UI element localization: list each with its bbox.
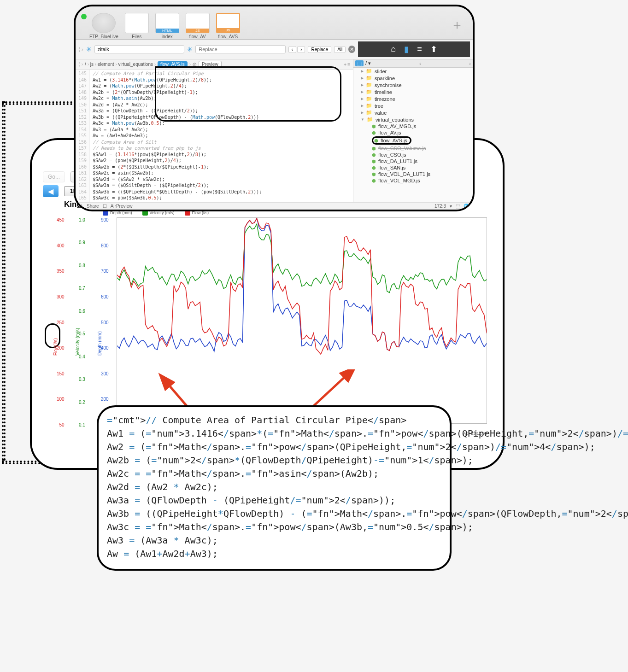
dropdown-icon[interactable]: ▾ bbox=[450, 204, 452, 209]
y-axis-velocity: 1.00.90.80.70.60.50.40.30.20.1 bbox=[79, 217, 85, 427]
replace-input[interactable] bbox=[195, 45, 286, 53]
tree-file[interactable]: ⬢flow_AV.js bbox=[353, 129, 473, 136]
find-replace-bar: ⟨ › ✳ ✳ ‹ › Replace All ✕ ⌂ ▮ ≡ ⬆ bbox=[76, 40, 473, 59]
back-button[interactable]: ◀ bbox=[43, 185, 59, 197]
y-axis-label-velocity: Velocity (m/s) bbox=[75, 328, 80, 356]
breadcrumb-item[interactable]: virtual_equations bbox=[118, 62, 153, 67]
tree-file[interactable]: ⬢flow_CSO_Volume.js bbox=[353, 145, 473, 152]
editor-tab-bar: FTP_BlueLiveFilesindexflow_AVflow_AVS ＋ bbox=[76, 6, 473, 40]
breadcrumb-bar: ⟨ › / › js › element › virtual_equations… bbox=[76, 59, 353, 70]
tab-flowavs[interactable]: flow_AVS bbox=[216, 13, 240, 39]
tree-scope-icon[interactable]: ⬚ bbox=[355, 60, 364, 66]
cursor-pos: 172:3 bbox=[434, 204, 446, 209]
regex-icon[interactable]: ✳ bbox=[187, 46, 193, 53]
tab-label: index bbox=[162, 34, 173, 39]
tree-folder[interactable]: ▶📁timeline bbox=[353, 88, 473, 95]
tree-folder[interactable]: ▶📁tree bbox=[353, 102, 473, 109]
sidebar-toolbar: ⌂ ▮ ≡ ⬆ bbox=[358, 41, 470, 57]
tree-folder[interactable]: ▶📁timezone bbox=[353, 95, 473, 102]
tree-folder[interactable]: ▶📁synchronise bbox=[353, 82, 473, 88]
tab-flowav[interactable]: flow_AV bbox=[186, 13, 210, 39]
tree-file[interactable]: ⬢flow_VOL_DA_LUT1.js bbox=[353, 171, 473, 177]
code-editor-window: FTP_BlueLiveFilesindexflow_AVflow_AVS ＋ … bbox=[74, 5, 475, 211]
breadcrumb-active[interactable]: flow_AVS.js bbox=[158, 61, 188, 67]
tab-index[interactable]: index bbox=[155, 13, 179, 39]
preview-eye-icon[interactable]: ◎ bbox=[193, 62, 197, 67]
nav-prev-icon[interactable]: ⟨ › bbox=[78, 47, 83, 53]
y-axis-label-depth: Depth (mm) bbox=[97, 331, 102, 356]
tab-ftp[interactable]: FTP_BlueLive bbox=[89, 13, 118, 39]
find-prev-button[interactable]: ‹ bbox=[288, 46, 296, 53]
find-input[interactable] bbox=[94, 45, 185, 53]
find-next-button[interactable]: › bbox=[297, 46, 305, 53]
airpreview-checkbox[interactable]: ☐ bbox=[103, 204, 107, 209]
tree-folder[interactable]: ▶📁value bbox=[353, 109, 473, 116]
tab-label: flow_AV bbox=[189, 34, 206, 39]
close-find-icon[interactable]: ✕ bbox=[348, 46, 355, 53]
tree-folder[interactable]: ▶📁sparkline bbox=[353, 75, 473, 82]
regex-icon[interactable]: ✳ bbox=[86, 46, 92, 53]
add-split-icon[interactable]: ＋≡ bbox=[343, 61, 350, 68]
share-label[interactable]: Share bbox=[87, 204, 99, 209]
tree-path: / ▾ bbox=[365, 60, 371, 66]
editor-status-bar: ⇪Share ☐AirPreview 172:3▾ ⬚ 🌐 bbox=[76, 202, 473, 210]
tree-folder[interactable]: ▶📁slider bbox=[353, 68, 473, 75]
airpreview-label: AirPreview bbox=[111, 204, 133, 209]
tab-label: flow_AVS bbox=[218, 34, 238, 39]
file-tree: ⬚ / ▾ ‹ › ▶📁slider▶📁sparkline▶📁synchroni… bbox=[353, 59, 473, 202]
code-editor[interactable]: 1451461471481491501511521531541551561571… bbox=[76, 70, 353, 202]
replace-all-button[interactable]: All bbox=[334, 46, 346, 53]
add-tab-button[interactable]: ＋ bbox=[451, 16, 464, 34]
go-tab[interactable]: Go... bbox=[43, 171, 65, 182]
tree-file[interactable]: ⬢flow_CSO.js bbox=[353, 152, 473, 158]
y-axis-flow: 45040035030025020015010050 bbox=[57, 217, 65, 427]
tree-file[interactable]: ⬢flow_AVS.js bbox=[353, 136, 473, 145]
y-axis-depth: 900800700600500400300200100 bbox=[101, 217, 109, 427]
traffic-light-green[interactable] bbox=[81, 14, 87, 19]
nav-prev-icon[interactable]: ⟨ › bbox=[78, 62, 83, 67]
replace-button[interactable]: Replace bbox=[308, 46, 331, 53]
file-icon[interactable]: ▮ bbox=[404, 44, 409, 54]
tree-folder-expanded[interactable]: ▼📁virtual_equations bbox=[353, 116, 473, 123]
tree-nav-next-icon[interactable]: › bbox=[469, 61, 471, 66]
status-icon[interactable]: ⬚ bbox=[456, 204, 460, 209]
preview-button[interactable]: Preview bbox=[199, 61, 222, 68]
y-axis-label-flow: Flow(l/s) bbox=[53, 338, 58, 356]
breadcrumb-item[interactable]: element bbox=[98, 62, 114, 67]
list-icon[interactable]: ≡ bbox=[417, 44, 422, 54]
tree-file[interactable]: ⬢flow_AV_MGD.js bbox=[353, 123, 473, 129]
home-icon[interactable]: ⌂ bbox=[391, 44, 396, 54]
tree-file[interactable]: ⬢flow_VOL_MGD.js bbox=[353, 177, 473, 184]
code-magnified-callout: ="cmt">// Compute Area of Partial Circul… bbox=[97, 405, 452, 571]
tree-file[interactable]: ⬢flow_SAN.js bbox=[353, 164, 473, 171]
callout-line bbox=[2, 101, 6, 461]
code-pane: ⟨ › / › js › element › virtual_equations… bbox=[76, 59, 353, 202]
tree-file[interactable]: ⬢flow_DA_LUT1.js bbox=[353, 158, 473, 164]
tab-label: FTP_BlueLive bbox=[89, 34, 118, 39]
upload-icon[interactable]: ⬆ bbox=[430, 44, 437, 54]
breadcrumb-item[interactable]: js bbox=[90, 62, 94, 67]
chart-canvas bbox=[117, 217, 487, 424]
tab-label: Files bbox=[132, 34, 141, 39]
tree-nav-prev-icon[interactable]: ‹ bbox=[419, 61, 421, 66]
tab-files[interactable]: Files bbox=[125, 13, 149, 39]
